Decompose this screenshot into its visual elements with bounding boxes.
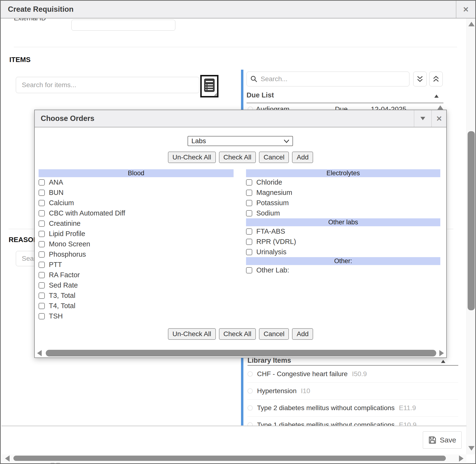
checkbox[interactable] — [39, 293, 45, 299]
library-collapse-caret[interactable] — [441, 360, 445, 363]
scroll-left-arrow[interactable] — [5, 455, 10, 462]
modal-close-button[interactable]: ✕ — [431, 110, 446, 127]
library-item-name: Hypertension — [257, 387, 297, 395]
lab-checkbox-row-chloride[interactable]: Chloride — [246, 177, 440, 187]
chevron-double-up-icon — [433, 75, 439, 83]
checkbox[interactable] — [246, 190, 252, 196]
library-item-radio[interactable] — [248, 371, 253, 377]
lab-checkbox-row-tsh[interactable]: TSH — [39, 311, 234, 321]
order-groups-right: ElectrolytesChlorideMagnesiumPotassiumSo… — [246, 169, 440, 275]
library-item-radio[interactable] — [248, 405, 253, 411]
save-button[interactable]: Save — [423, 431, 462, 449]
horizontal-scroll-thumb[interactable] — [13, 456, 446, 461]
checkbox-label: Mono Screen — [49, 240, 90, 248]
lab-checkbox-row-phosphorus[interactable]: Phosphorus — [39, 249, 234, 260]
checkbox[interactable] — [39, 303, 45, 309]
collapse-all-button[interactable] — [429, 72, 443, 87]
checkbox[interactable] — [39, 272, 45, 278]
checkbox-label: Phosphorus — [49, 251, 86, 258]
checkbox[interactable] — [246, 228, 252, 235]
modal-horizontal-scrollbar[interactable] — [36, 349, 445, 357]
modal-scroll-right-arrow[interactable] — [439, 350, 444, 356]
minimize-icon — [420, 117, 425, 120]
list-icon — [204, 78, 215, 92]
lab-checkbox-row-potassium[interactable]: Potassium — [246, 198, 440, 208]
modal-check-all-button[interactable]: Check All — [219, 152, 256, 163]
lab-checkbox-row-urinalysis[interactable]: Urinalysis — [246, 247, 440, 257]
lab-checkbox-row-ana[interactable]: ANA — [39, 177, 234, 187]
lab-checkbox-row-t4-total[interactable]: T4, Total — [39, 301, 234, 311]
lab-checkbox-row-sed-rate[interactable]: Sed Rate — [39, 280, 234, 290]
modal-check-all-button[interactable]: Check All — [219, 328, 256, 340]
modal-un-check-all-button[interactable]: Un-Check All — [168, 328, 216, 340]
library-item-row[interactable]: HypertensionI10 — [248, 383, 458, 400]
external-id-field[interactable] — [71, 20, 175, 31]
window-close-button[interactable]: ✕ — [456, 1, 475, 18]
lab-checkbox-row-fta-abs[interactable]: FTA-ABS — [246, 226, 440, 237]
lab-checkbox-row-rpr-vdrl[interactable]: RPR (VDRL) — [246, 237, 440, 247]
lab-checkbox-row-other-lab[interactable]: Other Lab: — [246, 265, 440, 275]
modal-minimize-button[interactable] — [414, 110, 431, 127]
checkbox[interactable] — [246, 200, 252, 206]
close-icon: ✕ — [436, 115, 442, 123]
items-section-heading: ITEMS — [9, 56, 31, 64]
expand-all-button[interactable] — [413, 72, 427, 87]
scroll-up-arrow[interactable] — [468, 22, 475, 26]
checkbox[interactable] — [39, 190, 45, 196]
scroll-right-arrow[interactable] — [459, 455, 464, 462]
lab-checkbox-row-cbc-with-automated-diff[interactable]: CBC with Automated Diff — [39, 208, 234, 218]
library-item-row[interactable]: CHF - Congestive heart failureI50.9 — [248, 366, 458, 383]
modal-buttons-bottom: Un-Check AllCheck AllCancelAdd — [35, 328, 446, 340]
checkbox[interactable] — [39, 231, 45, 237]
modal-cancel-button[interactable]: Cancel — [259, 152, 289, 163]
items-search-input[interactable] — [16, 77, 199, 93]
checkbox[interactable] — [246, 249, 252, 255]
choose-orders-list-button[interactable] — [200, 75, 218, 97]
lab-checkbox-row-mono-screen[interactable]: Mono Screen — [39, 239, 234, 249]
checkbox-label: Urinalysis — [256, 248, 287, 256]
checkbox[interactable] — [39, 313, 45, 319]
footer-bar: Save — [1, 426, 466, 455]
checkbox[interactable] — [39, 179, 45, 185]
checkbox[interactable] — [246, 267, 252, 273]
modal-add-button[interactable]: Add — [292, 152, 313, 163]
checkbox-label: FTA-ABS — [256, 227, 285, 235]
lab-checkbox-row-calcium[interactable]: Calcium — [39, 198, 234, 208]
checkbox[interactable] — [39, 241, 45, 247]
lab-checkbox-row-ptt[interactable]: PTT — [39, 260, 234, 270]
panel-search-input[interactable] — [247, 72, 409, 87]
lab-checkbox-row-creatinine[interactable]: Creatinine — [39, 218, 234, 229]
main-vertical-scrollbar[interactable] — [466, 19, 476, 454]
checkbox[interactable] — [39, 262, 45, 268]
lab-checkbox-row-magnesium[interactable]: Magnesium — [246, 187, 440, 198]
modal-cancel-button[interactable]: Cancel — [259, 328, 289, 340]
checkbox[interactable] — [39, 221, 45, 227]
due-list-collapse-caret[interactable] — [434, 95, 439, 98]
checkbox[interactable] — [246, 239, 252, 245]
modal-scroll-thumb[interactable] — [46, 350, 436, 357]
modal-un-check-all-button[interactable]: Un-Check All — [168, 152, 216, 163]
order-category-select[interactable]: Labs — [188, 136, 293, 146]
lab-checkbox-row-sodium[interactable]: Sodium — [246, 208, 440, 218]
lab-checkbox-row-ra-factor[interactable]: RA Factor — [39, 270, 234, 280]
vertical-scroll-thumb[interactable] — [468, 131, 475, 310]
lab-checkbox-row-lipid-profile[interactable]: Lipid Profile — [39, 229, 234, 239]
lab-checkbox-row-t3-total[interactable]: T3, Total — [39, 290, 234, 301]
checkbox[interactable] — [246, 210, 252, 216]
library-rows: CHF - Congestive heart failureI50.9Hyper… — [248, 366, 458, 434]
main-horizontal-scrollbar[interactable] — [1, 454, 466, 462]
modal-scroll-left-arrow[interactable] — [37, 350, 42, 356]
checkbox[interactable] — [39, 251, 45, 258]
library-item-row[interactable]: Type 2 diabetes mellitus without complic… — [248, 400, 458, 416]
library-item-code: I50.9 — [352, 370, 367, 378]
scroll-down-arrow[interactable] — [468, 446, 475, 451]
library-item-radio[interactable] — [248, 388, 253, 394]
checkbox[interactable] — [39, 200, 45, 206]
checkbox[interactable] — [39, 282, 45, 289]
modal-add-button[interactable]: Add — [292, 328, 313, 340]
due-list-scroll-up-icon[interactable] — [437, 105, 443, 110]
checkbox-label: Sodium — [256, 209, 280, 217]
lab-checkbox-row-bun[interactable]: BUN — [39, 187, 234, 198]
checkbox[interactable] — [246, 179, 252, 185]
checkbox[interactable] — [39, 210, 45, 216]
